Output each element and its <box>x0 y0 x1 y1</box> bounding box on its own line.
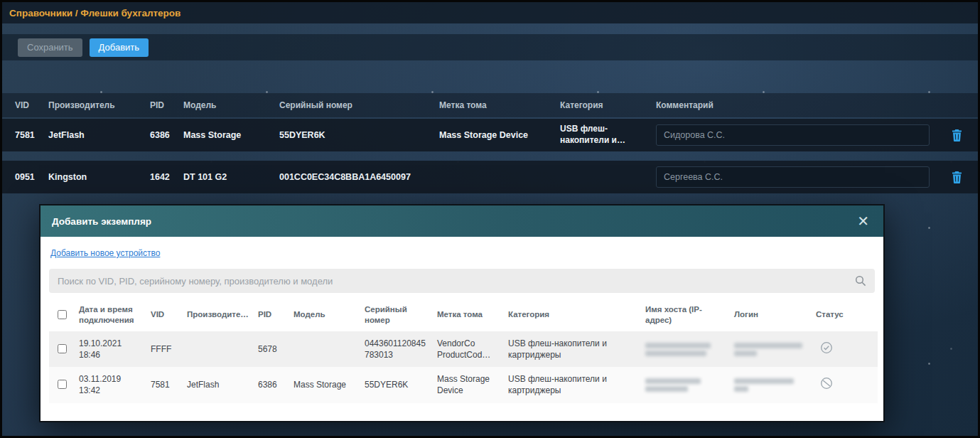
breadcrumb: Справочники / Флешки бухгалтеров <box>9 8 181 18</box>
dialog-title: Добавить экземпляр <box>52 216 151 227</box>
cell-pid: 1642 <box>144 171 178 183</box>
cell-volume-label: Mass Storage Device <box>434 129 554 141</box>
redacted-text <box>645 343 711 348</box>
trash-icon <box>952 171 962 183</box>
cell-manufacturer: Kingston <box>43 171 144 183</box>
top-bar: Справочники / Флешки бухгалтеров <box>2 2 978 23</box>
close-icon[interactable]: ✕ <box>854 213 872 230</box>
redacted-text <box>734 386 748 392</box>
table-row: 0951 Kingston 1642 DT 101 G2 001CC0EC34C… <box>2 161 978 193</box>
cell-pid: 6386 <box>252 367 288 402</box>
cell-manufacturer: JetFlash <box>43 129 144 141</box>
col-serial: Серийный номер <box>274 100 434 110</box>
cell-host-redacted <box>640 331 728 367</box>
col-pid: PID <box>252 300 288 331</box>
col-category: Категория <box>554 100 650 110</box>
device-row: 19.10.2021 18:46 FFFF 5678 0443601120845… <box>49 331 878 367</box>
main-table-header: VID Производитель PID Модель Серийный но… <box>2 93 978 117</box>
device-row: 03.11.2019 13:42 7581 JetFlash 6386 Mass… <box>49 367 878 402</box>
col-model: Модель <box>178 100 274 110</box>
cell-serial: 55DYER6K <box>274 129 434 141</box>
select-all-checkbox[interactable] <box>58 310 67 319</box>
col-volume-label: Метка тома <box>434 100 554 110</box>
cell-login-redacted <box>728 331 810 367</box>
comment-input[interactable] <box>656 124 930 146</box>
status-blocked-icon <box>820 377 833 390</box>
cell-model: Mass Storage <box>178 129 274 141</box>
col-model: Модель <box>288 300 359 331</box>
device-history-table: Дата и время подключения VID Производите… <box>49 300 878 403</box>
cell-model: DT 101 G2 <box>178 171 274 183</box>
col-comment: Комментарий <box>650 100 942 110</box>
dialog-header: Добавить экземпляр ✕ <box>41 205 883 237</box>
search-box <box>49 269 875 293</box>
cell-model <box>288 331 359 367</box>
cell-category: USB флеш-накопители и картриджеры <box>502 367 640 402</box>
cell-login-redacted <box>728 367 810 402</box>
col-serial: Серийный номер <box>359 300 431 331</box>
cell-model: Mass Storage <box>288 367 359 402</box>
cell-comment <box>650 166 942 188</box>
add-button[interactable]: Добавить <box>90 38 149 57</box>
cell-datetime: 19.10.2021 18:46 <box>73 331 145 367</box>
cell-vid: 7581 <box>9 129 43 141</box>
col-category: Категория <box>502 300 640 331</box>
cell-vid: 0951 <box>9 171 43 183</box>
col-pid: PID <box>144 100 178 110</box>
col-manufacturer: Производитель <box>43 100 144 110</box>
col-vid: VID <box>145 300 181 331</box>
cell-status <box>810 367 878 402</box>
app-window: Справочники / Флешки бухгалтеров Сохрани… <box>0 0 980 438</box>
cell-vid: 7581 <box>145 367 181 402</box>
cell-serial: 0443601120845783013 <box>359 331 431 367</box>
cell-pid: 6386 <box>144 129 178 141</box>
add-instance-dialog: Добавить экземпляр ✕ Добавить новое устр… <box>39 204 885 422</box>
save-button[interactable]: Сохранить <box>18 38 82 57</box>
col-volume-label: Метка тома <box>431 300 502 331</box>
redacted-text <box>645 351 706 356</box>
cell-category: USB флеш-накопители и… <box>554 124 650 146</box>
delete-row-button[interactable] <box>942 170 971 185</box>
cell-status <box>810 331 878 367</box>
row-checkbox[interactable] <box>58 380 67 389</box>
col-datetime: Дата и время подключения <box>73 300 145 331</box>
cell-datetime: 03.11.2019 13:42 <box>73 367 145 402</box>
search-icon <box>855 275 866 287</box>
col-login: Логин <box>728 300 810 331</box>
toolbar: Сохранить Добавить <box>2 34 978 60</box>
redacted-text <box>734 351 757 356</box>
col-status: Статус <box>810 300 878 331</box>
col-vid: VID <box>9 100 43 110</box>
cell-comment <box>650 124 942 146</box>
dialog-body: Добавить новое устройство Дата и <box>41 237 883 403</box>
row-checkbox[interactable] <box>58 344 67 353</box>
redacted-text <box>734 343 802 348</box>
cell-manufacturer: JetFlash <box>181 367 252 402</box>
status-allowed-icon <box>820 341 833 354</box>
cell-serial: 55DYER6K <box>359 367 431 402</box>
cell-volume-label: Mass Storage Device <box>431 367 502 402</box>
col-host: Имя хоста (IP-адрес) <box>640 300 728 331</box>
redacted-text <box>645 386 688 392</box>
cell-category: USB флеш-накопители и картриджеры <box>502 331 640 367</box>
redacted-text <box>734 378 794 384</box>
table-row: 7581 JetFlash 6386 Mass Storage 55DYER6K… <box>2 119 978 151</box>
search-input[interactable] <box>49 269 875 293</box>
comment-input[interactable] <box>656 166 930 188</box>
cell-serial: 001CC0EC34C8BBA1A6450097 <box>274 171 434 183</box>
device-table-header: Дата и время подключения VID Производите… <box>49 300 878 331</box>
cell-pid: 5678 <box>252 331 288 367</box>
col-manufacturer: Производите… <box>181 300 252 331</box>
trash-icon <box>952 129 962 141</box>
cell-host-redacted <box>640 367 728 402</box>
cell-manufacturer <box>181 331 252 367</box>
add-new-device-link[interactable]: Добавить новое устройство <box>50 248 160 258</box>
cell-vid: FFFF <box>145 331 181 367</box>
delete-row-button[interactable] <box>942 128 971 143</box>
cell-volume-label: VendorCo ProductCod… <box>431 331 502 367</box>
redacted-text <box>645 378 701 384</box>
